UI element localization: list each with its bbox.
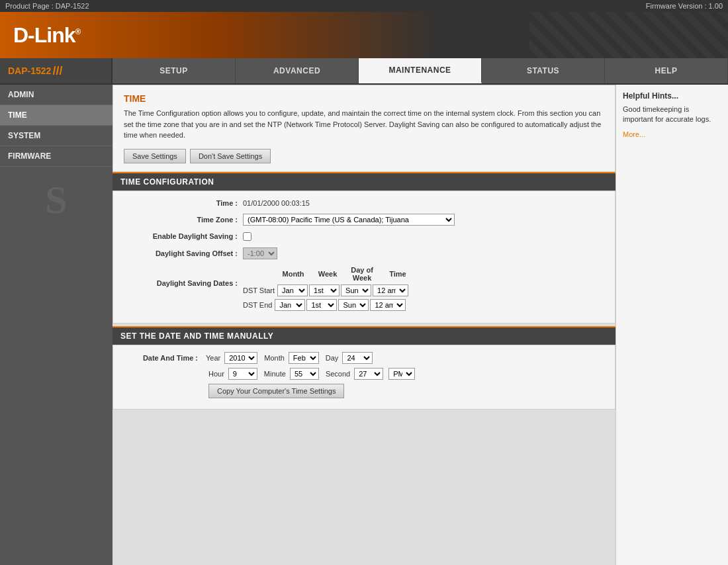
dst-dow-header: Day of Week (345, 266, 379, 282)
manual-date-body: Date And Time : Year 2010 Month Feb Day … (113, 345, 615, 410)
copy-time-button[interactable]: Copy Your Computer's Time Settings (208, 384, 344, 398)
dst-offset-select[interactable]: -1:00 (243, 247, 277, 259)
tab-setup[interactable]: SETUP (113, 58, 236, 83)
time-config-header: TIME CONFIGURATION (113, 172, 615, 191)
firmware-version: Firmware Version : 1.00 (646, 2, 723, 10)
month-label: Month (264, 354, 285, 362)
dlink-logo: D-Link® (13, 23, 80, 48)
dst-start-time[interactable]: 12 am (373, 284, 408, 296)
date-and-time-label: Date And Time : (124, 354, 203, 362)
product-page: Product Page : DAP-1522 (5, 2, 89, 10)
dst-offset-row: Daylight Saving Offset : -1:00 (124, 246, 604, 261)
tab-status[interactable]: STATUS (482, 58, 605, 83)
enable-dst-label: Enable Daylight Saving : (124, 232, 243, 240)
btn-row: Save Settings Don't Save Settings (124, 146, 604, 166)
hints-title: Helpful Hints... (623, 91, 721, 101)
minute-select[interactable]: 55 (290, 368, 319, 380)
minute-label: Minute (264, 370, 286, 378)
time-label: Time : (124, 199, 243, 207)
hints-more-link[interactable]: More... (623, 130, 721, 138)
time-value: 01/01/2000 00:03:15 (243, 199, 310, 207)
hints-panel: Helpful Hints... Good timekeeping is imp… (615, 85, 728, 565)
date-row: Date And Time : Year 2010 Month Feb Day … (124, 352, 604, 364)
tab-advanced[interactable]: ADVANCED (236, 58, 359, 83)
timezone-row: Time Zone : (GMT-08:00) Pacific Time (US… (124, 212, 604, 227)
year-select[interactable]: 2010 (224, 352, 257, 364)
time-config-section: TIME CONFIGURATION Time : 01/01/2000 00:… (113, 172, 615, 324)
day-label: Day (326, 354, 339, 362)
dst-end-month[interactable]: Jan (275, 299, 305, 311)
day-select[interactable]: 24 (342, 352, 373, 364)
dst-dates-label: Daylight Saving Dates : (124, 266, 243, 287)
dst-start-month[interactable]: Jan (277, 284, 308, 296)
dst-end-time[interactable]: 12 am (370, 299, 406, 311)
sidebar-item-admin[interactable]: ADMIN (0, 85, 113, 105)
hints-text: Good timekeeping is important for accura… (623, 105, 721, 125)
dst-end-day[interactable]: Sun (338, 299, 369, 311)
dont-save-button[interactable]: Don't Save Settings (190, 149, 271, 163)
sidebar-item-firmware[interactable]: FIRMWARE (0, 146, 113, 167)
info-box: TIME The Time Configuration option allow… (113, 85, 615, 172)
time-manual-row: Hour 9 Minute 55 Second 27 PM (208, 368, 604, 380)
header: D-Link® (0, 12, 728, 58)
year-label: Year (206, 354, 220, 362)
dst-dates-row: Daylight Saving Dates : Month Week Day o… (124, 265, 604, 312)
dst-time-header: Time (379, 270, 416, 278)
month-select[interactable]: Feb (289, 352, 319, 364)
dst-month-header: Month (276, 270, 310, 278)
copy-btn-row: Copy Your Computer's Time Settings (208, 384, 604, 398)
main-layout: ADMIN TIME SYSTEM FIRMWARE S TIME The Ti… (0, 85, 728, 565)
nav-brand: DAP-1522 /// (0, 58, 113, 83)
enable-dst-row: Enable Daylight Saving : (124, 231, 604, 242)
top-bar: Product Page : DAP-1522 Firmware Version… (0, 0, 728, 12)
timezone-label: Time Zone : (124, 216, 243, 224)
time-row: Time : 01/01/2000 00:03:15 (124, 198, 604, 208)
time-config-body: Time : 01/01/2000 00:03:15 Time Zone : (… (113, 191, 615, 324)
sidebar-item-time[interactable]: TIME (0, 105, 113, 126)
timezone-select[interactable]: (GMT-08:00) Pacific Time (US & Canada); … (243, 214, 455, 226)
sidebar-watermark: S (0, 167, 113, 233)
dst-start-day[interactable]: Sun (341, 284, 371, 296)
tab-maintenance[interactable]: MAINTENANCE (359, 58, 482, 83)
hour-label: Hour (208, 370, 224, 378)
dst-end-prefix: DST End (243, 301, 272, 309)
dst-end-week[interactable]: 1st (306, 299, 337, 311)
dst-offset-label: Daylight Saving Offset : (124, 249, 243, 257)
hour-select[interactable]: 9 (228, 368, 257, 380)
manual-date-section: SET THE DATE AND TIME MANUALLY Date And … (113, 326, 615, 410)
sidebar: ADMIN TIME SYSTEM FIRMWARE S (0, 85, 113, 565)
info-title: TIME (124, 93, 604, 104)
enable-dst-checkbox[interactable] (243, 232, 251, 241)
dst-week-header: Week (310, 270, 345, 278)
ampm-select[interactable]: PM (388, 368, 415, 380)
second-select[interactable]: 27 (354, 368, 383, 380)
manual-date-header: SET THE DATE AND TIME MANUALLY (113, 326, 615, 345)
second-label: Second (326, 370, 350, 378)
dst-dates-content: Month Week Day of Week Time DST Start Ja… (243, 266, 416, 311)
info-description: The Time Configuration option allows you… (124, 108, 604, 141)
dst-start-week[interactable]: 1st (309, 284, 340, 296)
nav-slashes: /// (52, 64, 62, 78)
nav-bar: DAP-1522 /// SETUP ADVANCED MAINTENANCE … (0, 58, 728, 85)
dst-start-prefix: DST Start (243, 286, 275, 294)
sidebar-item-system[interactable]: SYSTEM (0, 126, 113, 146)
tab-help[interactable]: HELP (605, 58, 728, 83)
content-area: TIME The Time Configuration option allow… (113, 85, 615, 565)
save-settings-button[interactable]: Save Settings (124, 149, 186, 163)
